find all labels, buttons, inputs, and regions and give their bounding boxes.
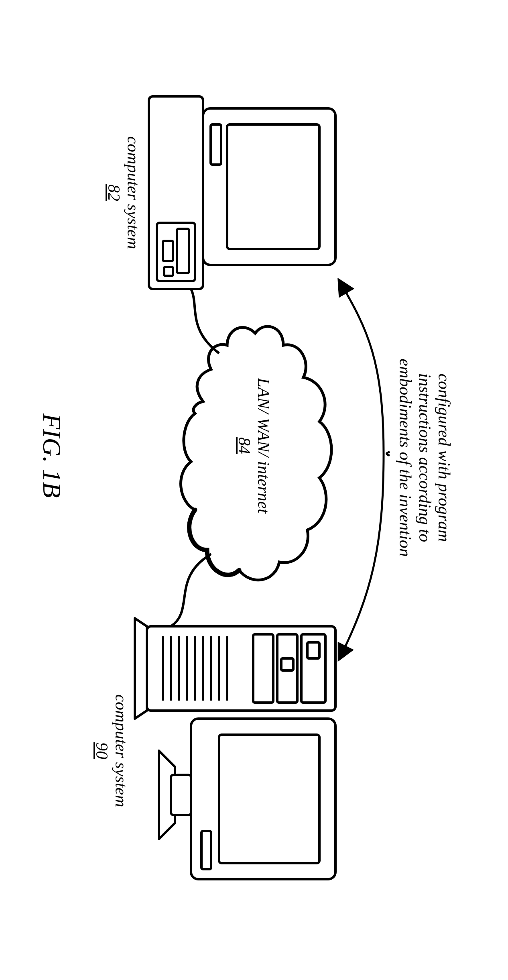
computer-left-label: computer system 82 bbox=[104, 108, 143, 277]
svg-rect-17 bbox=[281, 658, 293, 670]
caption-line2: instructions according to bbox=[415, 353, 434, 562]
computer-left-text: computer system bbox=[124, 108, 143, 277]
figure-id: FIG. 1B bbox=[37, 414, 67, 498]
svg-rect-9 bbox=[171, 775, 191, 815]
svg-rect-7 bbox=[211, 124, 221, 165]
svg-rect-3 bbox=[163, 241, 173, 261]
computer-right-label: computer system 90 bbox=[92, 666, 131, 835]
cloud-text: LAN/ WAN/ internet bbox=[254, 361, 273, 530]
wire-left bbox=[191, 289, 219, 353]
computer-right-ref: 90 bbox=[92, 666, 111, 835]
computer-right-text: computer system bbox=[112, 666, 131, 835]
svg-rect-12 bbox=[201, 831, 211, 869]
svg-rect-4 bbox=[164, 267, 173, 276]
computer-right bbox=[135, 618, 335, 879]
caption-brace bbox=[339, 281, 384, 454]
caption-configured: configured with program instructions acc… bbox=[396, 353, 454, 562]
svg-rect-15 bbox=[307, 642, 319, 658]
wire-right bbox=[171, 554, 211, 626]
caption-brace-2 bbox=[339, 454, 384, 658]
svg-rect-2 bbox=[177, 229, 189, 273]
svg-rect-18 bbox=[253, 634, 273, 703]
computer-left-ref: 82 bbox=[104, 108, 123, 277]
computer-left bbox=[149, 96, 335, 289]
cloud-ref: 84 bbox=[234, 361, 254, 530]
caption-line3: embodiments of the invention bbox=[396, 353, 415, 562]
cloud-label: LAN/ WAN/ internet 84 bbox=[234, 361, 273, 530]
svg-rect-6 bbox=[227, 124, 319, 249]
svg-rect-11 bbox=[219, 735, 319, 863]
caption-line1: configured with program bbox=[435, 353, 454, 562]
